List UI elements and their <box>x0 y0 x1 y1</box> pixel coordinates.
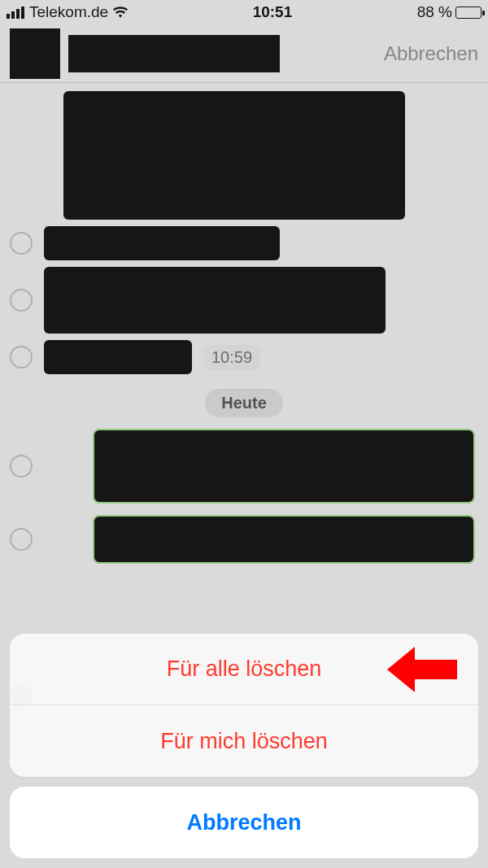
delete-for-all-button[interactable]: Für alle löschen <box>10 634 478 705</box>
delete-for-me-label: Für mich löschen <box>160 729 328 754</box>
sheet-cancel-label: Abbrechen <box>186 810 301 835</box>
sheet-cancel-button[interactable]: Abbrechen <box>10 787 478 858</box>
action-sheet: Für alle löschen Für mich löschen Abbrec… <box>10 634 478 858</box>
delete-for-me-button[interactable]: Für mich löschen <box>10 705 478 777</box>
delete-for-all-label: Für alle löschen <box>167 656 322 682</box>
annotation-arrow-icon <box>387 647 457 692</box>
